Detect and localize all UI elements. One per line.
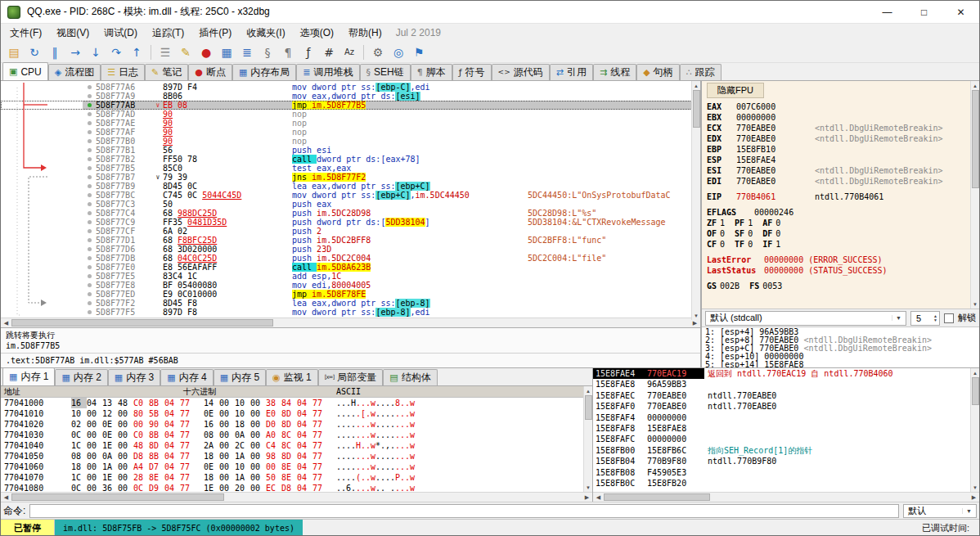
dump-vscroll-thumb[interactable] <box>585 395 592 420</box>
breakpoint-dot-cell[interactable] <box>83 265 96 269</box>
hex-byte[interactable]: 77 <box>312 472 328 483</box>
hex-byte[interactable]: 10 <box>235 398 250 408</box>
disasm-row[interactable]: 5D8F77DB 68 04C0C25Dpush im.5DC2C0045DC2… <box>1 254 700 263</box>
toolbar-memory-map-button[interactable]: ▦ <box>217 43 236 61</box>
register-row[interactable]: EBP15E8FB10 <box>707 144 976 155</box>
menu-item[interactable]: 文件(F) <box>2 24 49 43</box>
dump-row[interactable]: 7704100016041348C08B04771400100038840477… <box>1 398 592 408</box>
hex-byte[interactable]: 00 <box>87 408 102 419</box>
register-row[interactable]: ZF1PF1AF0 <box>707 218 976 228</box>
hex-byte[interactable]: 0E <box>102 430 118 440</box>
register-row[interactable]: EDX770EABE0<ntdll.DbgUiRemoteBreakin> <box>707 133 976 144</box>
scroll-up-icon[interactable]: ▲ <box>973 81 978 90</box>
disasm-row[interactable]: 5D8F77C9 FF35 0481D35Dpush dword ptr ds:… <box>1 218 700 227</box>
hex-byte[interactable]: 77 <box>180 430 196 440</box>
hex-byte[interactable]: 00 <box>118 440 133 451</box>
register-row[interactable]: LastError00000000 (ERROR_SUCCESS) <box>707 254 976 265</box>
disasm-row[interactable]: 5D8F77B5 85C0test eax,eax <box>1 164 700 173</box>
tab-graph[interactable]: ◈流程图 <box>48 64 101 80</box>
tab-dump-4[interactable]: ▦内存 4 <box>160 369 213 385</box>
stack-row[interactable]: 15E8FAF0770EABE0ntdll.770EABE0 <box>593 401 970 412</box>
dump-row[interactable]: 770410401C001E00488D04772A002C00C48C0477… <box>1 440 592 451</box>
hex-byte[interactable]: 77 <box>312 462 328 472</box>
hex-byte[interactable]: 00 <box>219 483 235 492</box>
disasm-row[interactable]: 5D8F77B0 90nop <box>1 137 700 146</box>
disasm-row[interactable]: 5D8F77E5 83C4 1Cadd esp,1C <box>1 272 700 281</box>
hex-byte[interactable]: 04 <box>297 408 312 419</box>
breakpoint-dot-cell[interactable] <box>83 157 96 161</box>
breakpoint-dot-cell[interactable] <box>83 193 96 197</box>
hex-byte[interactable]: 8E <box>281 462 297 472</box>
hex-byte[interactable]: 04 <box>164 483 180 492</box>
menu-item[interactable]: 视图(V) <box>49 24 97 43</box>
hex-byte[interactable]: 80 <box>133 408 149 419</box>
breakpoint-dot-cell[interactable] <box>83 112 96 116</box>
disasm-row[interactable]: 5D8F77A9 8B06mov eax,dword ptr ds:[esi] <box>1 92 700 101</box>
hex-byte[interactable]: 1A <box>235 472 250 483</box>
scroll-left-icon[interactable]: ◀ <box>593 494 604 501</box>
disasm-row[interactable]: 5D8F77AB∨EB 08jmp im.5D8F77B5 <box>1 101 700 110</box>
dump-row[interactable]: 7704105008000A00D88B047718001A00988D0477… <box>1 451 592 462</box>
breakpoint-dot-cell[interactable] <box>83 256 96 260</box>
breakpoint-dot-cell[interactable] <box>83 166 96 170</box>
hex-byte[interactable]: 8C <box>281 440 297 451</box>
stack-row[interactable]: 15E8FAE896A59BB3 <box>593 379 970 390</box>
hex-byte[interactable]: 8E <box>281 472 297 483</box>
hex-byte[interactable]: 77 <box>180 462 196 472</box>
hex-byte[interactable]: 00 <box>250 462 266 472</box>
disasm-row[interactable]: 5D8F77B2 FF50 78call dword ptr ds:[eax+7… <box>1 155 700 164</box>
disasm-row[interactable]: 5D8F77C3 50push eax <box>1 200 700 209</box>
breakpoint-dot-cell[interactable] <box>83 94 96 98</box>
disasm-row[interactable]: 5D8F77ED E9 0C010000jmp im.5D8F78FE <box>1 290 700 299</box>
hex-byte[interactable]: 04 <box>297 451 312 462</box>
tab-dump-2[interactable]: ▦内存 2 <box>55 369 107 385</box>
tab-dump-5[interactable]: ▦内存 5 <box>214 369 266 385</box>
stack-vscroll-thumb[interactable] <box>972 377 979 405</box>
disasm-hscroll-thumb[interactable] <box>11 319 273 327</box>
hex-byte[interactable]: 77 <box>312 451 328 462</box>
hex-byte[interactable]: 77 <box>312 398 328 408</box>
calling-convention-select[interactable]: 默认 (stdcall) ▼ <box>705 311 906 326</box>
dump-hscrollbar[interactable]: ◀ ▶ <box>1 492 592 502</box>
toolbar-find-button[interactable]: ◎ <box>389 43 408 61</box>
scroll-right-icon[interactable]: ▶ <box>969 494 979 501</box>
hex-byte[interactable]: A0 <box>266 430 281 440</box>
scroll-up-icon[interactable]: ▲ <box>586 386 591 395</box>
toolbar-step-out-button[interactable]: ↑ <box>127 43 146 61</box>
hex-byte[interactable]: 8E <box>149 472 164 483</box>
hex-byte[interactable]: 8B <box>149 430 164 440</box>
hex-byte[interactable]: 0E <box>102 419 118 430</box>
breakpoint-dot-cell[interactable] <box>83 283 96 287</box>
hex-byte[interactable]: 10 <box>235 462 250 472</box>
hex-byte[interactable]: 77 <box>312 440 328 451</box>
hex-byte[interactable]: 00 <box>87 472 102 483</box>
dump-row[interactable]: 7704102002000E000090047716001800D08D0477… <box>1 419 592 430</box>
hex-byte[interactable]: 00 <box>219 408 235 419</box>
register-row[interactable]: GS002BFS0053 <box>707 281 976 291</box>
toolbar-open-file-button[interactable]: ▤ <box>4 43 24 61</box>
menu-item[interactable]: 调试(D) <box>97 24 145 43</box>
hex-byte[interactable]: 8C <box>281 430 297 440</box>
tab-symbols[interactable]: ƒ符号 <box>452 64 492 80</box>
toolbar-preferences-button[interactable]: ⚙ <box>368 43 388 61</box>
hex-byte[interactable]: 8B <box>149 398 164 408</box>
hex-byte[interactable]: 8D <box>281 408 297 419</box>
hex-byte[interactable]: D9 <box>149 483 164 492</box>
hex-byte[interactable]: 00 <box>118 451 133 462</box>
hex-byte[interactable]: 00 <box>118 483 133 492</box>
hex-byte[interactable]: 5B <box>149 408 164 419</box>
hex-byte[interactable]: 12 <box>102 408 118 419</box>
toolbar-breakpoints-button[interactable]: ● <box>196 43 216 61</box>
disasm-row[interactable]: 5D8F77D1 68 F8BFC25Dpush im.5DC2BFF85DC2… <box>1 236 700 245</box>
stack-row[interactable]: 15E8FAEC770EABE0ntdll.770EABE0 <box>593 390 970 401</box>
hex-byte[interactable]: 1A <box>102 462 118 472</box>
toolbar-pause-button[interactable]: ‖ <box>45 43 65 61</box>
hex-byte[interactable]: C0 <box>133 430 149 440</box>
hex-byte[interactable]: A4 <box>133 462 149 472</box>
toolbar-topmost-button[interactable]: ⚑ <box>409 43 429 61</box>
hex-byte[interactable]: 04 <box>164 472 180 483</box>
register-row[interactable]: EFLAGS00000246 <box>707 207 976 218</box>
hex-byte[interactable]: 18 <box>204 472 219 483</box>
tab-cpu[interactable]: ▣CPU <box>2 62 48 80</box>
tab-references[interactable]: ⇄引用 <box>550 64 593 80</box>
